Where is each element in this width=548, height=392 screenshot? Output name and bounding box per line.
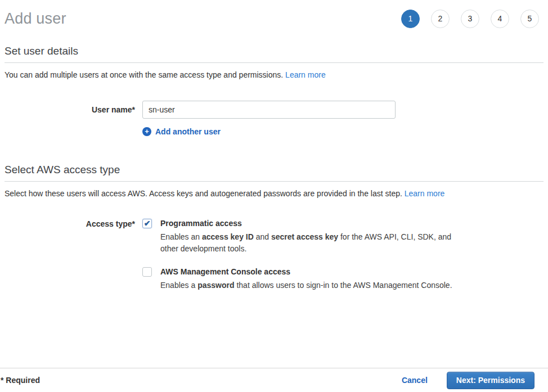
username-label: User name* (5, 101, 142, 119)
user-details-description-text: You can add multiple users at once with … (5, 70, 283, 79)
add-user-page: Add user 1 2 3 4 5 Set user details You … (0, 0, 548, 392)
page-content: Set user details You can add multiple us… (0, 45, 548, 291)
access-type-option-programmatic: ✔Programmatic accessEnables an access ke… (142, 219, 464, 255)
option-description-programmatic: Enables an access key ID and secret acce… (160, 231, 464, 255)
footer-actions: Cancel Next: Permissions (402, 372, 534, 389)
section-heading-access-type: Select AWS access type (5, 164, 543, 182)
footer-bar: * Required Cancel Next: Permissions (0, 368, 548, 392)
checkbox-console[interactable] (142, 267, 152, 277)
next-permissions-button[interactable]: Next: Permissions (447, 372, 534, 389)
option-title-console: AWS Management Console access (160, 267, 464, 276)
checkbox-programmatic[interactable]: ✔ (142, 219, 152, 228)
access-type-row: Access type* ✔Programmatic accessEnables… (5, 219, 543, 291)
plus-icon: + (142, 127, 151, 136)
step-4[interactable]: 4 (491, 10, 509, 28)
required-asterisk: * (1, 376, 3, 385)
access-type-option-console: AWS Management Console accessEnables a p… (142, 267, 464, 291)
page-header: Add user 1 2 3 4 5 (0, 0, 548, 31)
page-title: Add user (5, 10, 66, 28)
step-3[interactable]: 3 (461, 10, 479, 28)
username-input[interactable] (142, 101, 396, 119)
wizard-steps: 1 2 3 4 5 (401, 10, 539, 28)
section-access-type: Select AWS access type Select how these … (5, 164, 543, 291)
access-type-description-text: Select how these users will access AWS. … (5, 189, 402, 198)
access-type-options: ✔Programmatic accessEnables an access ke… (142, 219, 464, 291)
option-title-programmatic: Programmatic access (160, 219, 464, 228)
add-another-user-button[interactable]: + Add another user (142, 127, 543, 136)
learn-more-link-user-details[interactable]: Learn more (285, 70, 326, 79)
learn-more-link-access-type[interactable]: Learn more (405, 189, 445, 198)
add-another-user-label: Add another user (155, 127, 221, 136)
step-5[interactable]: 5 (520, 10, 539, 28)
option-description-console: Enables a password that allows users to … (160, 280, 464, 291)
access-type-description: Select how these users will access AWS. … (5, 189, 543, 198)
section-heading-user-details: Set user details (5, 45, 543, 63)
option-text-console: AWS Management Console accessEnables a p… (160, 267, 464, 291)
step-2[interactable]: 2 (431, 10, 450, 28)
section-user-details: Set user details You can add multiple us… (5, 45, 543, 136)
option-text-programmatic: Programmatic accessEnables an access key… (160, 219, 464, 255)
cancel-button[interactable]: Cancel (402, 376, 428, 385)
check-icon: ✔ (144, 219, 151, 227)
step-1[interactable]: 1 (401, 10, 420, 28)
user-details-description: You can add multiple users at once with … (5, 70, 543, 79)
required-note: * Required (3, 376, 40, 385)
username-row: User name* (5, 101, 543, 119)
access-type-label: Access type* (5, 219, 142, 291)
required-label: Required (6, 376, 40, 385)
